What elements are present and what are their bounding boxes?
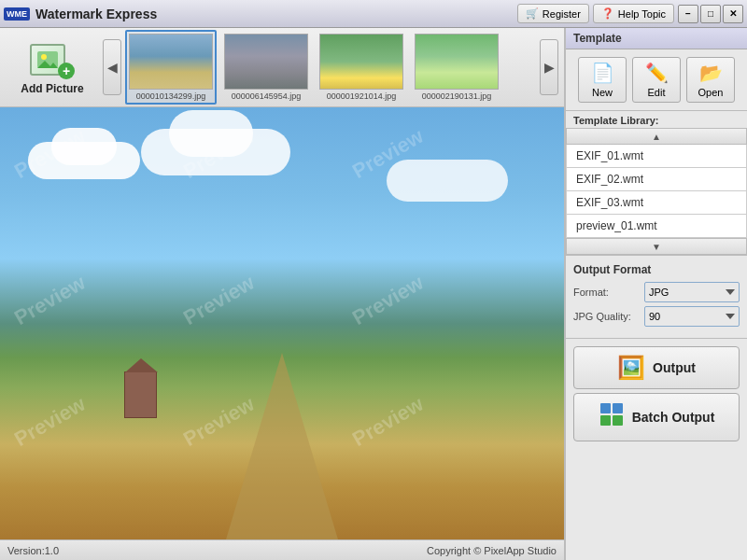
svg-rect-3 (600, 403, 611, 413)
left-panel: + Add Picture ◀ 000010134299.jpg00000614… (0, 28, 565, 560)
toolbar: + Add Picture ◀ 000010134299.jpg00000614… (0, 28, 564, 107)
library-item[interactable]: EXIF_01.wmt (566, 145, 747, 167)
cloud-2 (141, 129, 290, 175)
register-button[interactable]: 🛒 Register (517, 4, 589, 23)
output-format-section: Output Format Format: JPG PNG BMP TIFF J… (566, 255, 747, 338)
thumbnail-image (129, 34, 213, 90)
image-svg (37, 51, 58, 68)
thumbnail-image (415, 34, 499, 90)
helptopic-label: Help Topic (618, 8, 666, 20)
new-template-label: New (592, 87, 613, 98)
template-section-header: Template (566, 28, 747, 49)
close-button[interactable]: ✕ (723, 5, 743, 23)
copyright-label: Copyright © PixelApp Studio (427, 545, 557, 556)
output-buttons: 🖼️ Output Batch Output (566, 338, 747, 449)
open-template-label: Open (698, 87, 724, 98)
maximize-button[interactable]: □ (700, 5, 721, 23)
add-picture-button[interactable]: + Add Picture (6, 33, 99, 103)
output-icon: 🖼️ (617, 355, 645, 381)
quality-row: JPG Quality: 60 70 80 90 100 (573, 306, 740, 327)
library-item[interactable]: preview_01.wmt (566, 214, 747, 238)
helptopic-button[interactable]: ❓ Help Topic (593, 4, 674, 23)
thumbnail-item[interactable]: 000001921014.jpg (316, 30, 407, 105)
cloud-3 (387, 160, 508, 202)
window-controls: − □ ✕ (678, 5, 743, 23)
quality-label: JPG Quality: (573, 311, 639, 322)
thumbnail-item[interactable]: 000006145954.jpg (220, 30, 312, 105)
main-layout: + Add Picture ◀ 000010134299.jpg00000614… (0, 28, 747, 560)
thumbnail-image (224, 34, 308, 90)
batch-output-label: Batch Output (632, 410, 715, 425)
cloud-1 (28, 142, 140, 179)
library-item[interactable]: EXIF_03.wmt (566, 190, 747, 214)
open-template-button[interactable]: 📂 Open (686, 57, 735, 103)
svg-rect-5 (600, 415, 611, 426)
register-label: Register (543, 8, 581, 20)
format-row: Format: JPG PNG BMP TIFF (573, 282, 740, 302)
template-buttons: 📄 New ✏️ Edit 📂 Open (566, 49, 747, 111)
svg-rect-4 (613, 403, 623, 413)
helptopic-icon: ❓ (601, 7, 614, 20)
library-item[interactable]: EXIF_02.wmt (566, 167, 747, 190)
batch-output-button[interactable]: Batch Output (573, 393, 740, 441)
output-format-header: Output Format (573, 263, 740, 276)
library-scroll-up[interactable]: ▲ (566, 128, 747, 145)
plus-badge: + (58, 63, 75, 79)
register-icon: 🛒 (526, 7, 539, 20)
titlebar-left: WME Watermark Express (4, 7, 157, 21)
output-label: Output (653, 360, 696, 375)
right-panel: Template 📄 New ✏️ Edit 📂 Open Template L… (565, 28, 747, 560)
nav-left-arrow[interactable]: ◀ (103, 39, 121, 95)
format-select[interactable]: JPG PNG BMP TIFF (644, 282, 740, 302)
format-label: Format: (573, 287, 639, 298)
batch-output-icon (599, 401, 625, 433)
thumbnail-item[interactable]: 000002190131.jpg (411, 30, 502, 105)
preview-area: Preview Preview Preview Preview Preview … (0, 107, 564, 539)
thumbnail-label: 000002190131.jpg (422, 91, 492, 101)
new-template-button[interactable]: 📄 New (578, 57, 627, 103)
new-template-icon: 📄 (591, 62, 614, 84)
library-scroll-down[interactable]: ▼ (566, 238, 747, 255)
svg-point-1 (41, 54, 47, 60)
thumbnail-image (319, 34, 403, 90)
edit-template-icon: ✏️ (645, 62, 669, 84)
app-logo: WME (4, 7, 30, 21)
library-label: Template Library: (566, 111, 747, 128)
thumbnail-label: 000001921014.jpg (327, 91, 397, 101)
path (226, 353, 338, 539)
edit-template-label: Edit (648, 87, 666, 98)
add-picture-label: Add Picture (21, 82, 83, 95)
app-title: Watermark Express (35, 7, 157, 21)
minimize-button[interactable]: − (678, 5, 698, 23)
add-picture-icon: + (30, 40, 75, 79)
thumbnail-item[interactable]: 000010134299.jpg (125, 30, 217, 105)
statusbar: Version:1.0 Copyright © PixelApp Studio (0, 539, 564, 560)
thumbnail-label: 000010134299.jpg (136, 91, 206, 101)
output-button[interactable]: 🖼️ Output (573, 346, 740, 389)
library-list: EXIF_01.wmtEXIF_02.wmtEXIF_03.wmtpreview… (566, 145, 747, 238)
building (124, 371, 157, 418)
open-template-icon: 📂 (699, 62, 723, 84)
edit-template-button[interactable]: ✏️ Edit (632, 57, 681, 103)
thumbnail-label: 000006145954.jpg (232, 91, 302, 101)
quality-select[interactable]: 60 70 80 90 100 (644, 306, 740, 327)
titlebar-right: 🛒 Register ❓ Help Topic − □ ✕ (517, 4, 743, 23)
nav-right-arrow[interactable]: ▶ (540, 39, 558, 95)
grid-icon (599, 401, 625, 427)
thumbnails-container: 000010134299.jpg000006145954.jpg00000192… (125, 30, 536, 105)
svg-rect-6 (613, 415, 623, 426)
titlebar: WME Watermark Express 🛒 Register ❓ Help … (0, 0, 747, 28)
version-label: Version:1.0 (7, 545, 59, 556)
